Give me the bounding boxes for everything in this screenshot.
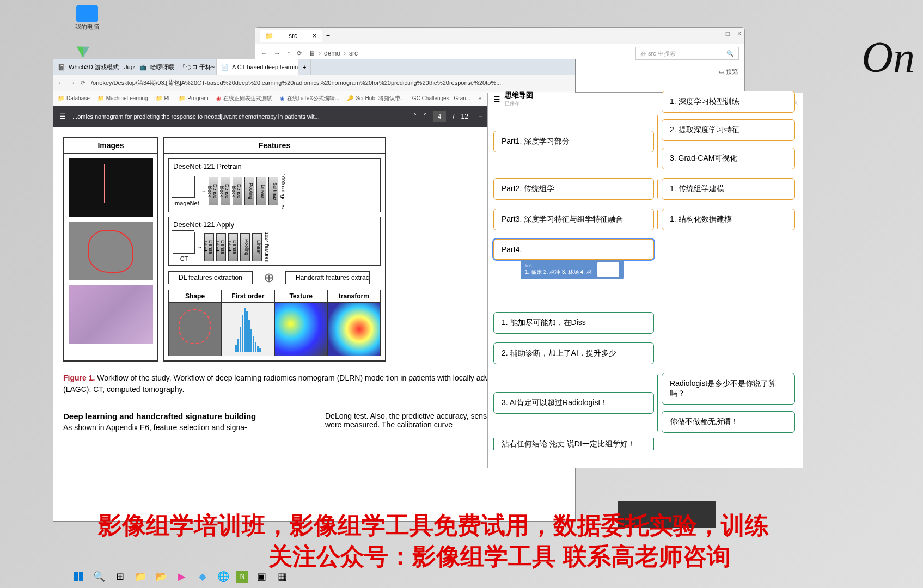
explorer-refresh[interactable]: ⟳ — [297, 50, 302, 57]
explorer-maximize[interactable]: □ — [726, 30, 730, 38]
bookmark-item[interactable]: ◉在线LaTeX公式编辑... — [280, 95, 340, 102]
pdf-page-down[interactable]: ˅ — [423, 113, 426, 120]
desktop-computer-icon[interactable]: 我的电脑 — [71, 5, 103, 31]
pdf-page-up[interactable]: ˄ — [413, 113, 417, 120]
shape-preview — [169, 303, 221, 356]
app-icon[interactable]: ▣ — [254, 569, 269, 584]
section-heading: Deep learning and handcrafted signature … — [63, 412, 303, 421]
explorer-forward[interactable]: → — [274, 50, 280, 57]
bookmark-item[interactable]: 🔑Sci-Hub: 将知识带... — [347, 95, 404, 102]
start-button[interactable] — [71, 569, 86, 584]
texture-preview — [275, 303, 327, 356]
plus-icon: ⊕ — [264, 270, 274, 285]
app-icon[interactable]: ▶ — [174, 569, 190, 584]
mindmap-title: 思维导图 — [505, 90, 533, 100]
dl-features-box: DL features extraction — [168, 271, 253, 284]
mindmap-node[interactable]: 3. AI肯定可以超过Radiologist！ — [493, 392, 654, 414]
browser-tab[interactable]: 📄A CT-based deep learning ra...× — [217, 59, 298, 75]
explorer-tab-close[interactable]: × — [313, 32, 316, 40]
mindmap-node[interactable]: Radiologist是多少不是你说了算吗？ — [662, 373, 795, 405]
mindmap-window: ☰ 思维导图 已保存 ↶撤销 ↷重做 ≡格式 ☆标记 +插入 Part1. 深度… — [487, 93, 803, 468]
bookmark-item[interactable]: GC Challenges - Gran... — [412, 95, 470, 101]
handwriting-note: On — [861, 33, 915, 82]
mindmap-node[interactable]: 1. 结构化数据建模 — [662, 209, 795, 230]
app-icon[interactable]: ◆ — [195, 569, 210, 584]
pdf-page-input[interactable] — [433, 111, 446, 122]
folder-icon[interactable]: 📂 — [154, 569, 169, 584]
mindmap-node[interactable]: 你做不做都无所谓！ — [662, 411, 795, 433]
mindmap-node-part3[interactable]: Part3. 深度学习特征与组学特征融合 — [493, 209, 654, 230]
explorer-new-tab[interactable]: + — [326, 32, 330, 40]
densenet-apply-label: DeseNet-121 Apply — [173, 220, 376, 229]
densenet-pretrain-label: DeseNet-121 Pretrain — [173, 162, 376, 170]
explorer-close[interactable]: × — [737, 30, 741, 38]
ime-thumbnail — [597, 262, 619, 277]
explorer-back[interactable]: ← — [261, 50, 267, 57]
chrome-icon[interactable]: 🌐 — [216, 569, 231, 584]
explorer-minimize[interactable]: — — [712, 30, 718, 38]
mindmap-node[interactable]: 3. Grad-CAM可视化 — [662, 148, 795, 169]
mindmap-node[interactable]: 1. 深度学习模型训练 — [662, 91, 795, 113]
bookmark-item[interactable]: 📁Program — [179, 95, 208, 101]
search-icon: 🔍 — [726, 50, 734, 57]
explorer-icon[interactable]: 📁 — [133, 569, 148, 584]
mindmap-node[interactable]: 1. 传统组学建模 — [662, 178, 795, 200]
browser-tab[interactable]: 📓Which3D-游戏模式 - Jupyter× — [53, 59, 135, 75]
bookmark-item[interactable]: ◉在线正则表达式测试 — [216, 95, 272, 102]
pdf-page-total: 12 — [461, 113, 468, 120]
mindmap-node[interactable]: 2. 辅助诊断，加上了AI，提升多少 — [493, 342, 654, 364]
desktop-computer-label: 我的电脑 — [71, 23, 103, 31]
browser-new-tab[interactable]: + — [298, 59, 311, 75]
address-bar[interactable]: /onekey/Desktop/第34期/03.[背包]A%20CT-based… — [91, 79, 571, 87]
bookmark-item[interactable]: 📁Database — [58, 95, 90, 101]
handcraft-features-box: Handcraft features extrac — [285, 271, 370, 284]
mindmap-node[interactable]: 2. 提取深度学习特征 — [662, 119, 795, 141]
browser-refresh[interactable]: ⟳ — [81, 79, 85, 87]
explorer-breadcrumb[interactable]: 🖥› demo› src — [309, 50, 629, 57]
histology-image — [69, 285, 153, 344]
mindmap-node-part2[interactable]: Part2. 传统组学 — [493, 178, 654, 200]
browser-tab[interactable]: 📺哈啰呀喂 - 「つロ 干杯~-b...× — [135, 59, 217, 75]
explorer-tab[interactable]: 📁 src × — [260, 30, 322, 42]
sidebar-toggle-icon[interactable]: ☰ — [60, 113, 66, 120]
bookmark-item[interactable]: 📁RL — [156, 95, 172, 101]
histogram-preview — [222, 303, 274, 356]
mindmap-node[interactable]: 沾右任何结论 沦丈 说DI一定比组学好！ — [493, 438, 654, 450]
explorer-up[interactable]: ↑ — [287, 50, 290, 57]
browser-forward[interactable]: → — [69, 79, 75, 86]
zoom-out-icon[interactable]: − — [475, 111, 486, 122]
mindmap-node[interactable]: 1. 能加尽可能加，在Diss — [493, 312, 654, 334]
features-header: Features — [164, 138, 385, 154]
explorer-search[interactable]: 在 src 中搜索 🔍 — [635, 47, 739, 60]
overlay-banner: 影像组学培训班，影像组学工具免费试用，数据委托实验，训练 关注公众号：影像组学工… — [98, 510, 901, 572]
mindmap-node-part1[interactable]: Part1. 深度学习部分 — [493, 131, 654, 152]
app-icon[interactable]: N — [236, 571, 248, 583]
taskbar: 🔍 ⊞ 📁 📂 ▶ ◆ 🌐 N ▣ ▦ — [65, 565, 295, 588]
images-header: Images — [64, 138, 157, 154]
transform-preview — [328, 303, 380, 356]
ime-candidate-popup[interactable]: lin'c 1. 临床 2. 林冲 3. 林场 4. 林 — [521, 260, 624, 279]
ct-image-1 — [69, 158, 153, 217]
search-icon[interactable]: 🔍 — [91, 569, 107, 584]
explorer-preview[interactable]: ▭ 预览 — [719, 68, 738, 76]
ct-image-2 — [69, 222, 153, 280]
task-view-icon[interactable]: ⊞ — [112, 569, 127, 584]
browser-tabs: 📓Which3D-游戏模式 - Jupyter× 📺哈啰呀喂 - 「つロ 干杯~… — [53, 59, 575, 75]
hamburger-icon[interactable]: ☰ — [493, 95, 500, 103]
app-icon[interactable]: ▦ — [274, 569, 290, 584]
mindmap-node-part4-editing[interactable]: Part4. — [493, 239, 654, 260]
browser-back[interactable]: ← — [58, 79, 64, 86]
pdf-title: ...omics nomogram for predicting the res… — [72, 113, 407, 120]
bookmark-item[interactable]: 📁MachineLearning — [97, 95, 148, 101]
